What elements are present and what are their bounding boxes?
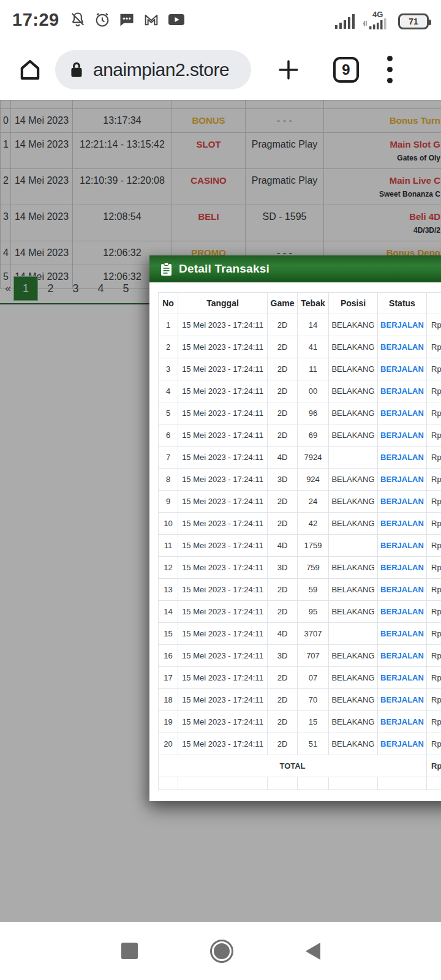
total-row: TOTAL Rp bbox=[159, 755, 441, 777]
cell-posisi: BELAKANG bbox=[329, 689, 378, 711]
cell-tebak: 51 bbox=[298, 733, 329, 755]
cell-taruhan: Rp bbox=[427, 380, 441, 402]
recents-button[interactable] bbox=[121, 943, 138, 959]
cell-game: 4D bbox=[268, 447, 298, 469]
cell-status: BERJALAN bbox=[378, 402, 427, 424]
cell-tanggal: 15 Mei 2023 - 17:24:11 bbox=[178, 535, 268, 557]
cell-posisi: BELAKANG bbox=[329, 424, 378, 447]
cell-status: BERJALAN bbox=[378, 557, 427, 579]
cell-tebak: 07 bbox=[298, 667, 329, 689]
cell-status: BERJALAN bbox=[378, 601, 427, 623]
cell-game: 2D bbox=[268, 513, 298, 535]
notifications-off-icon bbox=[69, 11, 86, 28]
back-button[interactable] bbox=[306, 943, 320, 960]
new-tab-button[interactable] bbox=[276, 57, 301, 83]
cell-tanggal: 15 Mei 2023 - 17:24:11 bbox=[178, 336, 268, 358]
cell-tebak: 11 bbox=[298, 358, 329, 380]
tab-switcher-button[interactable]: 9 bbox=[333, 57, 359, 83]
cell-tanggal: 15 Mei 2023 - 17:24:11 bbox=[178, 469, 268, 491]
cell-status: BERJALAN bbox=[378, 535, 427, 557]
cell-posisi: BELAKANG bbox=[329, 469, 378, 491]
total-label: TOTAL bbox=[159, 755, 427, 777]
cell-tebak: 14 bbox=[298, 314, 329, 336]
cell-game: 2D bbox=[268, 689, 298, 711]
cell-game: 2D bbox=[268, 380, 298, 402]
cell-posisi: BELAKANG bbox=[329, 579, 378, 601]
bet-row: 615 Mei 2023 - 17:24:112D69BELAKANGBERJA… bbox=[159, 424, 441, 447]
cell-no: 14 bbox=[159, 601, 178, 623]
cell-no: 13 bbox=[159, 579, 178, 601]
bet-row: 1315 Mei 2023 - 17:24:112D59BELAKANGBERJ… bbox=[159, 579, 441, 601]
cell-no: 2 bbox=[159, 336, 178, 358]
browser-menu-button[interactable] bbox=[383, 52, 396, 87]
cell-posisi: BELAKANG bbox=[329, 314, 378, 336]
home-button[interactable] bbox=[17, 57, 43, 83]
cell-tanggal: 15 Mei 2023 - 17:24:11 bbox=[178, 623, 268, 645]
browser-toolbar: anaimpian2.store 9 bbox=[0, 39, 441, 100]
table-header-row: No Tanggal Game Tebak Posisi Status Ta bbox=[159, 293, 441, 314]
bet-row: 115 Mei 2023 - 17:24:112D14BELAKANGBERJA… bbox=[159, 314, 441, 336]
cell-taruhan: Rp bbox=[427, 358, 441, 380]
cell-no: 18 bbox=[159, 689, 178, 711]
bet-row: 1415 Mei 2023 - 17:24:112D95BELAKANGBERJ… bbox=[159, 601, 441, 623]
bet-row: 215 Mei 2023 - 17:24:112D41BELAKANGBERJA… bbox=[159, 336, 441, 358]
modal-title: Detail Transaksi bbox=[179, 262, 270, 276]
cell-tebak: 3707 bbox=[298, 623, 329, 645]
android-nav-bar bbox=[0, 922, 441, 980]
battery-icon: 71 bbox=[398, 13, 429, 29]
cell-tebak: 24 bbox=[298, 491, 329, 513]
cell-game: 2D bbox=[268, 733, 298, 755]
cell-posisi bbox=[329, 447, 378, 469]
bet-row: 1015 Mei 2023 - 17:24:112D42BELAKANGBERJ… bbox=[159, 513, 441, 535]
cell-posisi: BELAKANG bbox=[329, 402, 378, 424]
cell-posisi: BELAKANG bbox=[329, 601, 378, 623]
cell-tanggal: 15 Mei 2023 - 17:24:11 bbox=[178, 447, 268, 469]
cell-game: 2D bbox=[268, 711, 298, 733]
cell-taruhan: Rp bbox=[427, 711, 441, 733]
cell-tanggal: 15 Mei 2023 - 17:24:11 bbox=[178, 579, 268, 601]
cell-no: 15 bbox=[159, 623, 178, 645]
cell-no: 20 bbox=[159, 733, 178, 755]
cell-posisi: BELAKANG bbox=[329, 645, 378, 667]
bet-row: 1215 Mei 2023 - 17:24:113D759BELAKANGBER… bbox=[159, 557, 441, 579]
cell-no: 17 bbox=[159, 667, 178, 689]
cell-tebak: 69 bbox=[298, 424, 329, 447]
total-value: Rp bbox=[427, 755, 441, 777]
cell-status: BERJALAN bbox=[378, 424, 427, 447]
cell-tebak: 42 bbox=[298, 513, 329, 535]
cell-taruhan: Rp bbox=[427, 645, 441, 667]
cell-posisi: BELAKANG bbox=[329, 513, 378, 535]
cell-taruhan: Rp bbox=[427, 491, 441, 513]
cell-taruhan: Rp bbox=[427, 579, 441, 601]
cell-taruhan: Rp bbox=[427, 733, 441, 755]
modal-body: No Tanggal Game Tebak Posisi Status Ta 1… bbox=[149, 282, 441, 801]
cell-posisi: BELAKANG bbox=[329, 667, 378, 689]
cell-posisi: BELAKANG bbox=[329, 358, 378, 380]
cell-status: BERJALAN bbox=[378, 667, 427, 689]
cell-taruhan: Rp bbox=[427, 469, 441, 491]
cell-tanggal: 15 Mei 2023 - 17:24:11 bbox=[178, 491, 268, 513]
cell-taruhan: Rp bbox=[427, 424, 441, 447]
alarm-clock-icon bbox=[94, 11, 111, 28]
table-row bbox=[159, 777, 441, 790]
cell-tanggal: 15 Mei 2023 - 17:24:11 bbox=[178, 711, 268, 733]
header-posisi: Posisi bbox=[329, 293, 378, 314]
header-tebak: Tebak bbox=[298, 293, 329, 314]
cell-status: BERJALAN bbox=[378, 711, 427, 733]
cell-game: 3D bbox=[268, 469, 298, 491]
cell-tanggal: 15 Mei 2023 - 17:24:11 bbox=[178, 689, 268, 711]
home-nav-button[interactable] bbox=[210, 940, 233, 963]
detail-transaksi-modal: Detail Transaksi No Tanggal Game Tebak P… bbox=[149, 255, 441, 801]
bet-row: 415 Mei 2023 - 17:24:112D00BELAKANGBERJA… bbox=[159, 380, 441, 402]
cell-tebak: 707 bbox=[298, 645, 329, 667]
tab-count: 9 bbox=[342, 61, 350, 78]
cell-taruhan: Rp bbox=[427, 513, 441, 535]
status-bar: 17:29 4G bbox=[0, 0, 441, 39]
cell-status: BERJALAN bbox=[378, 623, 427, 645]
cell-no: 16 bbox=[159, 645, 178, 667]
bet-row: 2015 Mei 2023 - 17:24:112D51BELAKANGBERJ… bbox=[159, 733, 441, 755]
web-page: 014 Mei 202313:17:34BONUS- - -Bonus Turn… bbox=[0, 100, 441, 922]
header-tanggal: Tanggal bbox=[178, 293, 268, 314]
url-bar[interactable]: anaimpian2.store bbox=[55, 50, 251, 89]
cell-game: 4D bbox=[268, 535, 298, 557]
